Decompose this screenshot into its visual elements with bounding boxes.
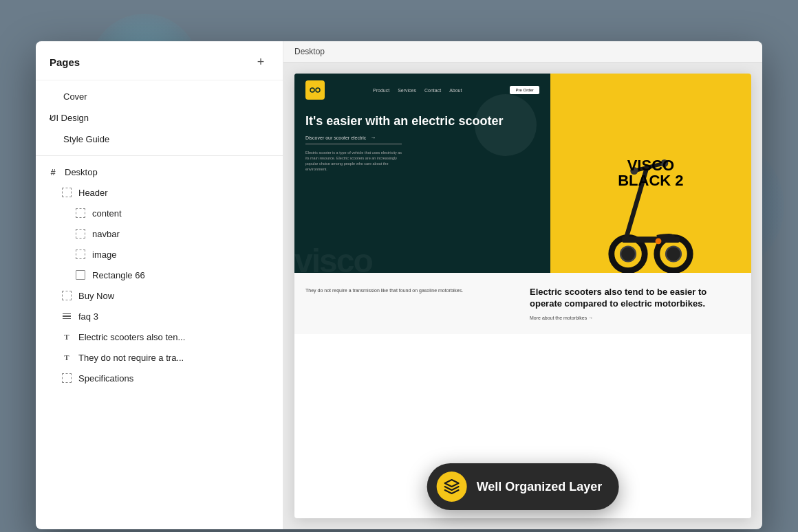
- scooter-image: [596, 122, 706, 273]
- frame-dashed-icon-6: [61, 372, 73, 384]
- svg-point-0: [310, 88, 314, 92]
- website-preview: Product Services Contact About Pre Order…: [294, 74, 751, 518]
- lower-left-text: They do not require a transmission like …: [305, 287, 516, 294]
- svg-rect-6: [622, 236, 680, 243]
- canvas-label: Desktop: [294, 47, 325, 56]
- frame-dashed-icon-4: [74, 248, 87, 261]
- bars-icon: [61, 310, 73, 322]
- page-item-style-guide[interactable]: Style Guide: [36, 129, 283, 150]
- svg-point-1: [316, 88, 320, 92]
- layer-electric-text[interactable]: T Electric scooters also ten...: [36, 326, 283, 347]
- svg-point-11: [656, 238, 662, 244]
- preorder-button: Pre Order: [510, 86, 539, 94]
- add-page-button[interactable]: +: [252, 54, 269, 70]
- page-item-cover[interactable]: Cover: [36, 86, 283, 107]
- brand-title: VISCOBLACK 2: [618, 158, 683, 188]
- hero-right: VISCOBLACK 2: [550, 74, 751, 273]
- nav-link-services: Services: [398, 88, 416, 93]
- canvas-area[interactable]: Product Services Contact About Pre Order…: [283, 63, 762, 529]
- hero-left: Product Services Contact About Pre Order…: [294, 74, 550, 273]
- lower-right-title: Electric scooters also tend to be easier…: [530, 287, 740, 310]
- layer-image[interactable]: image: [36, 244, 283, 265]
- nav-link-product: Product: [373, 88, 389, 93]
- hero-title: It's easier with an electric scooter: [305, 113, 539, 129]
- layer-faq3[interactable]: faq 3: [36, 306, 283, 326]
- lower-left: They do not require a transmission like …: [305, 287, 516, 320]
- lower-right: Electric scooters also tend to be easier…: [530, 287, 740, 320]
- layer-header[interactable]: Header: [36, 182, 283, 203]
- lower-section: They do not require a transmission like …: [294, 273, 751, 334]
- main-content: Desktop: [283, 41, 762, 529]
- toast-overlay: Well Organized Layer: [427, 463, 619, 510]
- text-icon-2: T: [61, 351, 73, 364]
- toast-label: Well Organized Layer: [477, 480, 603, 494]
- sidebar: Pages + Cover ✓ UI Design Style Guide #: [36, 41, 283, 529]
- layers-tree: # Desktop Header content: [36, 156, 283, 529]
- layer-they-text[interactable]: T They do not require a tra...: [36, 347, 283, 368]
- layer-desktop[interactable]: # Desktop: [36, 162, 283, 182]
- nav-link-about: About: [449, 88, 462, 93]
- text-icon: T: [61, 331, 73, 343]
- layer-content[interactable]: content: [36, 203, 283, 223]
- hero-discover: Discover our scooter electric →: [305, 135, 402, 144]
- visco-bg-text: visco: [294, 242, 372, 273]
- sidebar-header: Pages +: [36, 41, 283, 80]
- page-item-ui-design[interactable]: ✓ UI Design: [36, 107, 283, 129]
- layer-buy-now[interactable]: Buy Now: [36, 285, 283, 306]
- nav-link-contact: Contact: [424, 88, 441, 93]
- layer-specifications[interactable]: Specifications: [36, 368, 283, 388]
- hero-description: Electric scooter is a type of vehicle th…: [305, 150, 402, 173]
- layer-rectangle66[interactable]: Rectangle 66: [36, 265, 283, 285]
- frame-dashed-icon-3: [74, 228, 87, 240]
- hero-section: Product Services Contact About Pre Order…: [294, 74, 751, 273]
- frame-solid-icon: [74, 269, 87, 281]
- site-logo: [305, 80, 325, 100]
- pages-section-title: Pages: [50, 56, 80, 68]
- toast-icon: [437, 472, 467, 502]
- canvas-header: Desktop: [283, 41, 762, 63]
- site-nav-links: Product Services Contact About: [373, 88, 462, 93]
- layer-navbar[interactable]: navbar: [36, 223, 283, 244]
- app-container: Pages + Cover ✓ UI Design Style Guide #: [36, 41, 762, 529]
- active-check-icon: ✓: [48, 113, 56, 123]
- frame-dashed-icon: [61, 186, 73, 199]
- hero-content: It's easier with an electric scooter Dis…: [294, 107, 550, 179]
- frame-dashed-icon-2: [74, 207, 87, 219]
- more-motorbikes-link: More about the motorbikes →: [530, 315, 740, 320]
- pages-list: Cover ✓ UI Design Style Guide: [36, 80, 283, 156]
- hash-icon: #: [47, 166, 59, 178]
- frame-dashed-icon-5: [61, 289, 73, 302]
- svg-point-5: [666, 247, 681, 262]
- svg-point-3: [621, 247, 636, 262]
